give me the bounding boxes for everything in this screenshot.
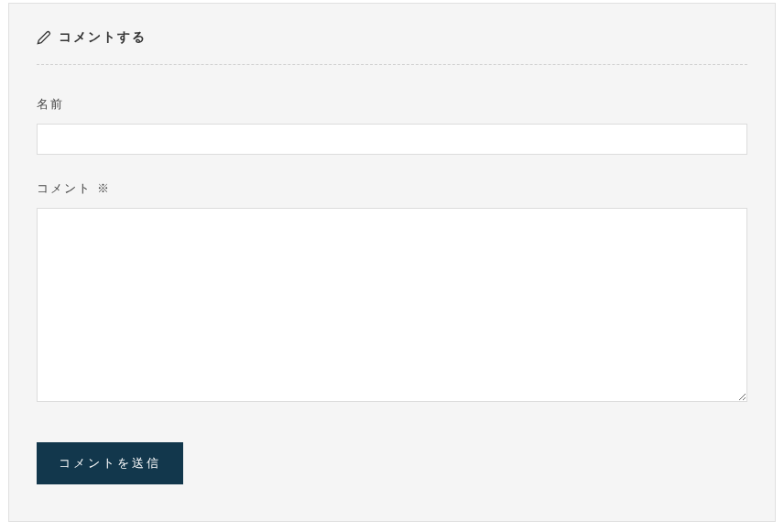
comment-textarea[interactable] bbox=[37, 208, 747, 402]
comment-form-panel: コメントする 名前 コメント ※ コメントを送信 bbox=[8, 3, 776, 522]
pencil-icon bbox=[37, 30, 51, 45]
name-label: 名前 bbox=[37, 96, 747, 113]
comment-field-group: コメント ※ bbox=[37, 180, 747, 406]
comment-label: コメント ※ bbox=[37, 180, 747, 197]
page-container: コメントする 名前 コメント ※ コメントを送信 bbox=[0, 0, 784, 530]
name-input[interactable] bbox=[37, 124, 747, 155]
form-heading: コメントする bbox=[59, 29, 147, 46]
name-field-group: 名前 bbox=[37, 96, 747, 155]
form-heading-row: コメントする bbox=[37, 29, 747, 65]
submit-button[interactable]: コメントを送信 bbox=[37, 442, 183, 484]
